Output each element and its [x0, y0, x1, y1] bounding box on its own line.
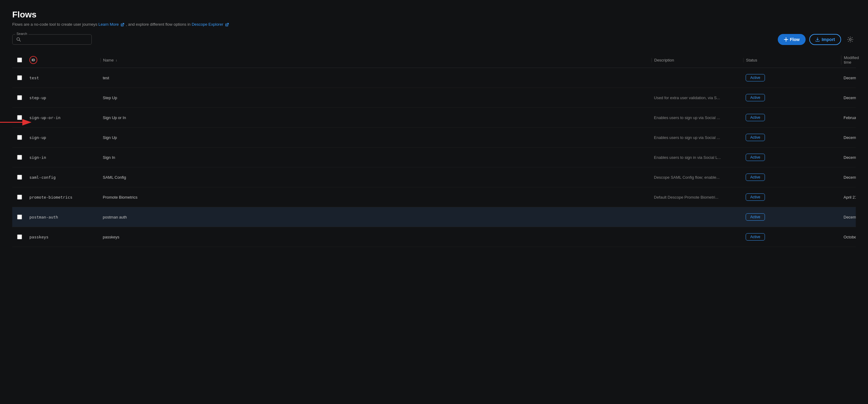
row-checkbox-cell [12, 130, 27, 145]
row-id: sign-up [27, 131, 100, 145]
row-checkbox-cell [12, 70, 27, 85]
gear-icon [847, 36, 854, 43]
row-checkbox-cell [12, 110, 27, 125]
status-badge: Active [746, 94, 765, 101]
row-name: passkeys [100, 230, 651, 244]
search-input[interactable] [24, 37, 88, 42]
search-container: Search [12, 34, 92, 45]
row-modified: December 26, 2023 15:45 [841, 68, 856, 88]
row-checkbox[interactable] [17, 95, 22, 100]
row-status: Active [743, 69, 841, 86]
table-row[interactable]: step-up Step Up Used for extra user vali… [12, 88, 856, 108]
table-body: test test Active December 26, 2023 15:45… [12, 68, 856, 247]
row-name: postman auth [100, 210, 651, 224]
row-checkbox[interactable] [17, 115, 22, 120]
header-name-cell[interactable]: Name ↓ [100, 58, 651, 62]
table-row[interactable]: sign-in Sign In Enables users to sign in… [12, 147, 856, 167]
search-icon [16, 37, 21, 42]
row-status: Active [743, 89, 841, 106]
row-name: SAML Config [100, 170, 651, 184]
row-checkbox[interactable] [17, 214, 22, 220]
status-badge: Active [746, 154, 765, 161]
status-badge: Active [746, 134, 765, 141]
row-id: test [27, 71, 100, 85]
table-row[interactable]: passkeys passkeys Active October 24, 202… [12, 227, 856, 247]
id-badge: ID [29, 56, 37, 64]
external-link-icon [121, 23, 124, 27]
import-button[interactable]: Import [809, 34, 841, 45]
row-status: Active [743, 149, 841, 166]
plus-icon [784, 37, 788, 41]
row-description: Enables users to sign up via Social ... [651, 111, 743, 125]
table-row[interactable]: sign-up Sign Up Enables users to sign up… [12, 127, 856, 147]
create-flow-button[interactable]: Flow [778, 34, 806, 45]
row-description: Used for extra user validation, via S... [651, 91, 743, 105]
table-row[interactable]: sign-up-or-in Sign Up or In Enables user… [12, 108, 856, 127]
external-link-icon-2 [225, 23, 229, 27]
row-name: Sign Up or In [100, 111, 651, 125]
row-name: Sign Up [100, 131, 651, 145]
status-badge: Active [746, 114, 765, 121]
table-row[interactable]: postman-auth postman auth Active Decembe… [12, 207, 856, 227]
row-name: Promote Biometrics [100, 190, 651, 204]
row-status: Active [743, 228, 841, 246]
row-status: Active [743, 169, 841, 186]
page-title: Flows [12, 10, 856, 20]
page-subtitle: Flows are a no-code tool to create user … [12, 22, 856, 27]
row-checkbox-cell [12, 90, 27, 105]
status-badge: Active [746, 213, 765, 221]
row-checkbox[interactable] [17, 175, 22, 180]
status-badge: Active [746, 194, 765, 201]
row-modified: December 27, 2023 14:19 [841, 88, 856, 108]
header-description-cell: Description [651, 58, 743, 62]
select-all-checkbox[interactable] [17, 58, 22, 62]
row-checkbox[interactable] [17, 135, 22, 140]
row-id: promote-biometrics [27, 190, 100, 204]
row-description: Default Descope Promote Biometri... [651, 190, 743, 204]
row-description: Enables users to sign in via Social L... [651, 150, 743, 165]
row-id: sign-in [27, 150, 100, 165]
toolbar: Search Flow Import [12, 34, 856, 45]
table-row[interactable]: test test Active December 26, 2023 15:45 [12, 68, 856, 88]
row-description [651, 73, 743, 83]
row-modified: December 27, 2023 14:19 [841, 147, 856, 167]
row-description [651, 212, 743, 222]
row-status: Active [743, 189, 841, 206]
row-description: Descope SAML Config flow; enable... [651, 170, 743, 184]
row-checkbox[interactable] [17, 234, 22, 239]
settings-button[interactable] [845, 34, 856, 45]
row-modified: February 05, 2024 14:24 [841, 108, 856, 127]
row-modified: October 24, 2023 10:18 [841, 227, 856, 247]
row-checkbox-cell [12, 210, 27, 224]
row-status: Active [743, 129, 841, 146]
row-checkbox[interactable] [17, 155, 22, 160]
svg-point-4 [849, 38, 851, 40]
learn-more-link[interactable]: Learn More [98, 22, 119, 27]
row-name: test [100, 71, 651, 85]
row-checkbox[interactable] [17, 195, 22, 200]
row-checkbox-cell [12, 150, 27, 165]
row-description: Enables users to sign up via Social ... [651, 131, 743, 145]
row-modified: December 19, 2023 11:39 [841, 167, 856, 187]
table-row[interactable]: promote-biometrics Promote Biometrics De… [12, 187, 856, 207]
row-checkbox-cell [12, 190, 27, 204]
table-header: ID Name ↓ Description Status Modified ti… [12, 52, 856, 68]
search-label: Search [15, 32, 28, 35]
row-status: Active [743, 109, 841, 126]
descope-explorer-link[interactable]: Descope Explorer [192, 22, 223, 27]
table-row[interactable]: saml-config SAML Config Descope SAML Con… [12, 167, 856, 187]
header-id-cell: ID [27, 56, 100, 64]
row-id: saml-config [27, 170, 100, 184]
row-modified: December 27, 2023 14:19 [841, 127, 856, 147]
row-checkbox-cell [12, 170, 27, 184]
row-checkbox-cell [12, 230, 27, 244]
status-badge: Active [746, 74, 765, 81]
header-checkbox-cell [12, 58, 27, 62]
toolbar-right: Flow Import [778, 34, 856, 45]
header-status-cell: Status [743, 58, 841, 62]
row-status: Active [743, 208, 841, 226]
row-checkbox[interactable] [17, 75, 22, 80]
header-modified-cell: Modified time [841, 55, 856, 64]
row-id: postman-auth [27, 210, 100, 224]
row-id: step-up [27, 91, 100, 105]
